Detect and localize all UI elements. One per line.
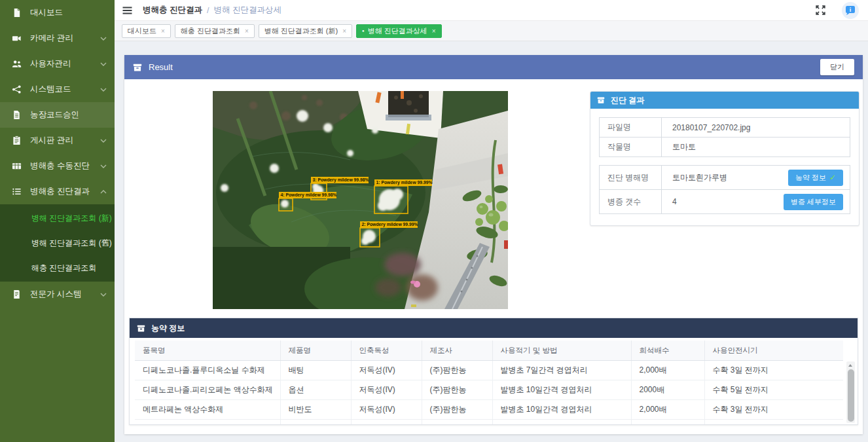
diagnosis-row-disease: 진단 병해명 토마토흰가루병 농약 정보 ✓ xyxy=(600,166,850,190)
button-label: 병증 세부정보 xyxy=(791,197,836,207)
pesticide-table-wrap: 품목명제품명인축독성제조사사용적기 및 방법희석배수사용안전시기 디페노코나졸.… xyxy=(130,338,858,424)
symptom-detail-button[interactable]: 병증 세부정보 xyxy=(784,194,843,210)
sidebar-item[interactable]: 시스템코드 xyxy=(0,77,115,102)
svg-text:i: i xyxy=(850,6,852,12)
table-cell: (주)팜한농 xyxy=(422,380,492,400)
sidebar-item-label: 시스템코드 xyxy=(30,84,71,95)
table-cell: 배팅 xyxy=(280,361,351,380)
button-label: 농약 정보 xyxy=(795,173,826,183)
chevron-down-icon xyxy=(100,37,107,41)
chevron-down-icon xyxy=(100,164,107,168)
sidebar-item[interactable]: 사용자관리 xyxy=(0,51,115,77)
table-cell: 2,000배 xyxy=(631,400,704,420)
table-scrollbar[interactable] xyxy=(846,361,855,423)
table-cell: 2000배 xyxy=(631,380,704,400)
fullscreen-expand-icon[interactable] xyxy=(815,5,826,16)
table-cell: 수확 5일 전까지 xyxy=(704,380,843,400)
tab-close-icon[interactable]: × xyxy=(432,28,436,35)
tab[interactable]: 병해 진단결과조회 (新)× xyxy=(259,24,352,38)
row-label: 파일명 xyxy=(600,118,662,137)
sidebar-item[interactable]: 게시판 관리 xyxy=(0,128,115,153)
pesticide-info-button[interactable]: 농약 정보 ✓ xyxy=(788,170,843,186)
pesticide-table-header-row: 품목명제품명인축독성제조사사용적기 및 방법희석배수사용안전시기 xyxy=(135,341,843,361)
column-header: 희석배수 xyxy=(631,341,704,361)
table-cell: 메트라페논 액상수화제 xyxy=(135,400,280,420)
table-cell: 저독성(IV) xyxy=(351,420,422,425)
sidebar-item[interactable]: 농장코드승인 xyxy=(0,102,115,128)
tab-close-icon[interactable]: × xyxy=(342,28,346,35)
chevron-up-icon xyxy=(100,190,107,194)
table-cell: 디페노코나졸.피리오페논 액상수화제 xyxy=(135,380,280,400)
sidebar-item[interactable]: 대시보드 xyxy=(0,0,115,26)
tab-label: 병해 진단결과상세 xyxy=(368,26,427,36)
row-value: 토마토 xyxy=(662,141,696,153)
result-panel-header: Result 닫기 xyxy=(124,55,863,79)
chevron-down-icon xyxy=(100,139,107,143)
detection-label: 4: Powdery mildew 99.98% xyxy=(281,193,337,198)
breadcrumb-section: 병해충 진단결과 xyxy=(143,5,202,16)
sidebar: 대시보드카메라 관리사용자관리시스템코드농장코드승인게시판 관리병해충 수동진단… xyxy=(0,0,115,442)
row-value: 4 xyxy=(662,197,677,206)
diagnosis-card-header: 진단 결과 xyxy=(590,92,859,109)
detection-label: 3: Powdery mildew 99.98% xyxy=(313,177,369,183)
result-panel-body: 1: Powdery mildew 99.99%2: Powdery milde… xyxy=(124,79,863,434)
tab[interactable]: 대시보드× xyxy=(122,24,171,38)
diagnosis-row-count: 병증 갯수 4 병증 세부정보 xyxy=(600,190,850,213)
main-area: 병해충 진단결과 / 병해 진단결과상세 i 대시보드×해충 진단결과조회×병해… xyxy=(115,0,868,442)
tab-active[interactable]: ●병해 진단결과상세× xyxy=(356,24,442,38)
row-value: 토마토흰가루병 xyxy=(662,172,727,183)
row-value: 20180107_220702.jpg xyxy=(662,123,750,132)
tab[interactable]: 해충 진단결과조회× xyxy=(175,24,255,38)
breadcrumb-separator: / xyxy=(207,6,209,15)
table-cell: 비반도 xyxy=(280,400,351,420)
result-panel: Result 닫기 xyxy=(124,55,863,434)
column-header: 사용적기 및 방법 xyxy=(492,341,631,361)
tab-close-icon[interactable]: × xyxy=(245,28,249,35)
sidebar-item-label: 병해충 진단결과 xyxy=(30,186,90,197)
column-header: 품목명 xyxy=(135,341,280,361)
table-row[interactable]: 디페노코나졸.피리오페논 액상수화제옵션저독성(IV)(주)팜한농발병초 10일… xyxy=(135,380,843,400)
sidebar-item[interactable]: 전문가 시스템 xyxy=(0,282,115,307)
table-cell: (주)팜한농 xyxy=(422,400,492,420)
sidebar-item-label: 사용자관리 xyxy=(30,58,71,69)
sidebar-subitem[interactable]: 해충 진단결과조회 xyxy=(0,255,115,280)
table-cell: 발병초 10일간격 경엽처리 xyxy=(492,380,631,400)
tab-label: 해충 진단결과조회 xyxy=(181,26,240,36)
sidebar-item-label: 농장코드승인 xyxy=(30,109,79,120)
table-row[interactable]: 디페노코나졸.플루디옥소닐 수화제배팅저독성(IV)(주)팜한농발병초 7일간격… xyxy=(135,361,843,380)
sidebar-item[interactable]: 카메라 관리 xyxy=(0,26,115,51)
hamburger-menu-icon[interactable] xyxy=(122,5,133,16)
camera-icon xyxy=(12,33,22,43)
dashboard-icon xyxy=(12,8,22,18)
table-cell: 수확 3일 전까지 xyxy=(704,420,843,425)
sidebar-item[interactable]: 병해충 수동진단 xyxy=(0,153,115,179)
scrollbar-thumb[interactable] xyxy=(848,369,854,422)
content-area: Result 닫기 xyxy=(115,41,868,442)
pesticide-table: 품목명제품명인축독성제조사사용적기 및 방법희석배수사용안전시기 디페노코나졸.… xyxy=(135,341,843,424)
table-cell: 디페노코나졸.플루디옥소닐 수화제 xyxy=(135,361,280,380)
sidebar-subitem[interactable]: 병해 진단결과조회 (舊) xyxy=(0,230,115,255)
table-row[interactable]: 메트라페논 액상수화제비반도저독성(IV)(주)팜한농발병초 10일간격 경엽처… xyxy=(135,420,843,425)
table-row[interactable]: 메트라페논 액상수화제비반도저독성(IV)(주)팜한농발병초 10일간격 경엽처… xyxy=(135,400,843,420)
scrollbar-up-arrow[interactable] xyxy=(848,364,852,367)
tab-close-icon[interactable]: × xyxy=(161,28,165,35)
diagnosis-result-card: 진단 결과 파일명 20180107_220702.jpg 작물명 xyxy=(590,91,859,226)
sidebar-item[interactable]: 병해충 진단결과 xyxy=(0,179,115,204)
archive-icon xyxy=(597,96,605,104)
archive-icon xyxy=(137,324,145,333)
detection-label: 1: Powdery mildew 99.99% xyxy=(376,180,433,185)
close-button[interactable]: 닫기 xyxy=(820,59,854,75)
users-icon xyxy=(12,59,22,69)
column-header: 인축독성 xyxy=(351,341,422,361)
table-cell: (주)팜한농 xyxy=(422,361,492,380)
table-cell: 저독성(IV) xyxy=(351,380,422,400)
detection-label: 2: Powdery mildew 99.99% xyxy=(362,222,418,227)
chat-info-icon[interactable]: i xyxy=(842,2,859,19)
table-cell: 수확 3일 전까지 xyxy=(704,361,843,380)
table-cell: 2,000배 xyxy=(631,420,704,425)
column-header: 제품명 xyxy=(280,341,351,361)
chevron-down-icon xyxy=(100,88,107,92)
row-label: 병증 갯수 xyxy=(600,190,662,213)
chevron-down-icon xyxy=(100,293,107,297)
sidebar-subitem[interactable]: 병해 진단결과조회 (新) xyxy=(0,206,115,230)
